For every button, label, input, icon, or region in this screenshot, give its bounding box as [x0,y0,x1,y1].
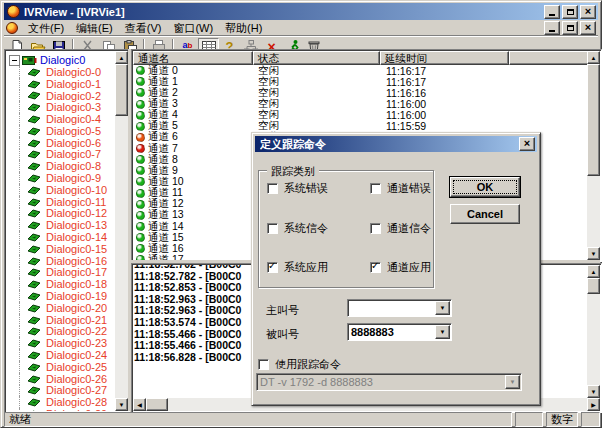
tree-item[interactable]: Dialogic0-23 [6,337,115,349]
scroll-down-button[interactable]: ▼ [587,247,600,260]
device-icon [27,126,42,136]
tree-item[interactable]: Dialogic0-9 [6,172,115,184]
device-icon [27,279,42,289]
trace-command-value: DT -v 1792 -d 8888883 [257,376,505,388]
tree-item[interactable]: Dialogic0-0 [6,66,115,78]
caller-number-combobox[interactable]: ▼ [347,299,452,317]
trace-type-checkbox[interactable]: 通道错误 [370,181,431,196]
scroll-thumb[interactable] [587,64,600,176]
dropdown-button[interactable]: ▼ [435,301,450,315]
child-close-button[interactable]: × [580,21,596,35]
device-icon [27,79,42,89]
tree-item[interactable]: Dialogic0-21 [6,314,115,326]
tree-item[interactable]: Dialogic0-22 [6,326,115,338]
collapse-icon[interactable] [9,55,20,66]
child-restore-button[interactable] [562,21,578,35]
scroll-down-button[interactable]: ▼ [115,398,128,411]
tree-item[interactable]: Dialogic0-1 [6,78,115,90]
minimize-button[interactable] [544,5,560,19]
tree-root-dialogic0[interactable]: Dialogic0 [9,54,115,66]
column-header-duration[interactable]: 延续时间 [380,51,509,65]
scroll-thumb[interactable] [146,398,168,411]
scroll-up-button[interactable]: ▲ [587,265,600,278]
tree-item[interactable]: Dialogic0-27 [6,385,115,397]
tree-item[interactable]: Dialogic0-6 [6,137,115,149]
tree-item[interactable]: Dialogic0-3 [6,101,115,113]
tree-item[interactable]: Dialogic0-12 [6,208,115,220]
trace-type-checkbox[interactable]: 通道应用 [370,260,431,275]
device-icon [27,303,42,313]
tree-item[interactable]: Dialogic0-10 [6,184,115,196]
log-vscrollbar[interactable]: ▲ ▼ [587,265,600,398]
tree-item[interactable]: Dialogic0-5 [6,125,115,137]
tree-item[interactable]: Dialogic0-20 [6,302,115,314]
status-led-icon [136,244,145,253]
tree-item[interactable]: Dialogic0-25 [6,361,115,373]
dialog-title-bar[interactable]: 定义跟踪命令 × [255,136,537,152]
tree-item[interactable]: Dialogic0-2 [6,90,115,102]
tree-item[interactable]: Dialogic0-15 [6,243,115,255]
tree-item[interactable]: Dialogic0-13 [6,219,115,231]
tree-item[interactable]: Dialogic0-14 [6,231,115,243]
table-scrollbar[interactable]: ▲ ▼ [587,51,600,260]
dropdown-button[interactable]: ▼ [435,325,450,339]
column-header-status[interactable]: 状态 [253,51,380,65]
status-panel-blank2 [581,412,600,427]
title-bar[interactable]: IVRView - [IVRVie1] × [4,3,598,20]
tree-item[interactable]: Dialogic0-24 [6,349,115,361]
called-number-combobox[interactable]: 8888883 ▼ [347,323,452,341]
dropdown-button-disabled: ▼ [505,375,520,389]
arrow-up-icon: ▲ [591,55,597,61]
tree-item[interactable]: Dialogic0-16 [6,255,115,267]
tree-item[interactable]: Dialogic0-7 [6,149,115,161]
app-window: IVRView - [IVRVie1] × 文件(F)编辑(E)查看(V)窗口(… [0,0,602,428]
column-header-name[interactable]: 通道名 [133,51,253,65]
device-icon [27,326,42,336]
scroll-thumb[interactable] [115,64,128,116]
status-num-indicator: 数字 [546,412,578,427]
scroll-up-button[interactable]: ▲ [115,51,128,64]
trace-type-checkbox[interactable]: 系统信令 [267,221,370,236]
menu-item[interactable]: 文件(F) [22,21,70,35]
restore-button[interactable] [562,5,578,19]
menu-item[interactable]: 查看(V) [119,21,168,35]
dialog-close-button[interactable]: × [519,137,535,151]
status-panel-blank [515,412,543,427]
tree-item[interactable]: Dialogic0-4 [6,113,115,125]
close-button[interactable]: × [580,5,596,19]
device-icon [27,338,42,348]
cancel-button[interactable]: Cancel [450,204,520,224]
scroll-down-button[interactable]: ▼ [587,385,600,398]
status-led-icon [136,122,145,131]
scroll-right-button[interactable]: ▶ [587,398,600,411]
scroll-up-button[interactable]: ▲ [587,51,600,64]
scroll-left-button[interactable]: ◀ [133,398,146,411]
tree-item-label: Dialogic0-23 [46,337,107,349]
tree-item[interactable]: Dialogic0-11 [6,196,115,208]
menu-item[interactable]: 窗口(W) [167,21,219,35]
menu-item[interactable]: 帮助(H) [219,21,268,35]
trace-type-checkbox[interactable]: 系统应用 [267,260,370,275]
tree-item[interactable]: Dialogic0-8 [6,160,115,172]
arrow-up-icon: ▲ [119,55,125,61]
checkbox-label: 使用跟踪命令 [275,357,341,372]
child-minimize-button[interactable] [544,21,560,35]
tree-item[interactable]: Dialogic0-19 [6,290,115,302]
tree-item[interactable]: Dialogic0-28 [6,396,115,408]
ok-button[interactable]: OK [450,177,520,197]
status-led-icon [136,100,145,109]
tree-item[interactable]: Dialogic0-18 [6,278,115,290]
status-led-icon [136,88,145,97]
tree-item[interactable]: Dialogic0-29 [6,408,115,411]
scroll-thumb[interactable] [587,278,600,294]
device-icon [27,244,42,254]
menu-item[interactable]: 编辑(E) [70,21,119,35]
use-trace-command-checkbox[interactable]: 使用跟踪命令 [258,357,341,372]
status-led-icon [136,200,145,209]
device-icon [27,208,42,218]
tree-item[interactable]: Dialogic0-26 [6,373,115,385]
tree-item[interactable]: Dialogic0-17 [6,267,115,279]
tree-scrollbar[interactable]: ▲ ▼ [115,51,128,411]
trace-type-checkbox[interactable]: 系统错误 [267,181,370,196]
trace-type-checkbox[interactable]: 通道信令 [370,221,431,236]
